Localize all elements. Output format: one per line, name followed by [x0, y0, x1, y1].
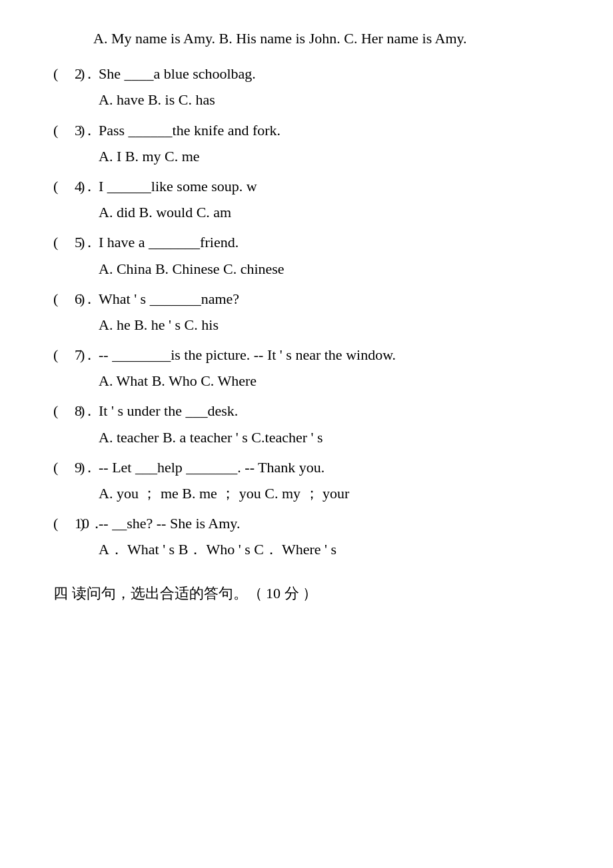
paren-left-9: ( — [53, 456, 65, 479]
paren-left-3: ( — [53, 119, 65, 142]
q-text-6: What ' s _______name? — [99, 287, 573, 310]
paren-left-4: ( — [53, 175, 65, 198]
question-block-3: ( )3．Pass ______the knife and fork.A. I … — [53, 119, 573, 168]
question-block-4: ( )4．I ______like some soup. wA. did B. … — [53, 175, 573, 224]
question-line-8: ( )8．It ' s under the ___desk. — [53, 399, 573, 422]
paren-left-10: ( — [53, 512, 65, 535]
paren-right-8: ) — [65, 399, 75, 422]
paren-right-3: ) — [65, 119, 75, 142]
question-block-7: ( )7．-- ________is the picture. -- It ' … — [53, 343, 573, 392]
q-text-10: -- __she? -- She is Amy. — [99, 512, 573, 535]
paren-left-6: ( — [53, 287, 65, 310]
section4-header: 四 读问句，选出合适的答句。（ 10 分 ） — [53, 582, 573, 605]
options-line-6: A. he B. he ' s C. his — [53, 313, 573, 336]
paren-left-5: ( — [53, 230, 65, 254]
q-num-9: 9． — [75, 456, 99, 479]
options-line-9: A. you ； me B. me ； you C. my ； your — [53, 482, 573, 505]
options-line-7: A. What B. Who C. Where — [53, 369, 573, 392]
question-line-6: ( )6．What ' s _______name? — [53, 287, 573, 310]
paren-right-5: ) — [65, 230, 75, 254]
question-line-5: ( )5．I have a _______friend. — [53, 230, 573, 254]
paren-right-10: ) — [65, 512, 75, 535]
question-line-3: ( )3．Pass ______the knife and fork. — [53, 119, 573, 142]
q-num-8: 8． — [75, 399, 99, 422]
question-line-4: ( )4．I ______like some soup. w — [53, 175, 573, 198]
intro-line: A. My name is Amy. B. His name is John. … — [53, 27, 573, 50]
q-num-4: 4． — [75, 175, 99, 198]
paren-right-9: ) — [65, 456, 75, 479]
paren-left-8: ( — [53, 399, 65, 422]
options-line-3: A. I B. my C. me — [53, 145, 573, 168]
question-block-2: ( )2．She ____a blue schoolbag.A. have B.… — [53, 62, 573, 111]
q-num-6: 6． — [75, 287, 99, 310]
paren-right-2: ) — [65, 62, 75, 85]
question-line-10: ( )10．-- __she? -- She is Amy. — [53, 512, 573, 535]
q-text-5: I have a _______friend. — [99, 230, 573, 254]
options-line-2: A. have B. is C. has — [53, 88, 573, 111]
q-num-7: 7． — [75, 343, 99, 366]
q-text-2: She ____a blue schoolbag. — [99, 62, 573, 85]
question-line-7: ( )7．-- ________is the picture. -- It ' … — [53, 343, 573, 366]
q-text-7: -- ________is the picture. -- It ' s nea… — [99, 343, 573, 366]
question-block-8: ( )8．It ' s under the ___desk.A. teacher… — [53, 399, 573, 448]
q-text-9: -- Let ___help _______. -- Thank you. — [99, 456, 573, 479]
options-line-10: A． What ' s B． Who ' s C． Where ' s — [53, 538, 573, 561]
q-num-2: 2． — [75, 62, 99, 85]
paren-left-2: ( — [53, 62, 65, 85]
q-num-10: 10． — [75, 512, 99, 535]
question-line-2: ( )2．She ____a blue schoolbag. — [53, 62, 573, 85]
paren-left-7: ( — [53, 343, 65, 366]
question-block-5: ( )5．I have a _______friend.A. China B. … — [53, 230, 573, 280]
question-block-6: ( )6．What ' s _______name?A. he B. he ' … — [53, 287, 573, 336]
paren-right-6: ) — [65, 287, 75, 310]
q-num-5: 5． — [75, 230, 99, 254]
paren-right-4: ) — [65, 175, 75, 198]
question-block-9: ( )9．-- Let ___help _______. -- Thank yo… — [53, 456, 573, 505]
options-line-8: A. teacher B. a teacher ' s C.teacher ' … — [53, 426, 573, 449]
options-line-4: A. did B. would C. am — [53, 201, 573, 224]
q-num-3: 3． — [75, 119, 99, 142]
paren-right-7: ) — [65, 343, 75, 366]
question-block-10: ( )10．-- __she? -- She is Amy.A． What ' … — [53, 512, 573, 561]
question-line-9: ( )9．-- Let ___help _______. -- Thank yo… — [53, 456, 573, 479]
options-line-5: A. China B. Chinese C. chinese — [53, 257, 573, 280]
q-text-4: I ______like some soup. w — [99, 175, 573, 198]
q-text-8: It ' s under the ___desk. — [99, 399, 573, 422]
q-text-3: Pass ______the knife and fork. — [99, 119, 573, 142]
